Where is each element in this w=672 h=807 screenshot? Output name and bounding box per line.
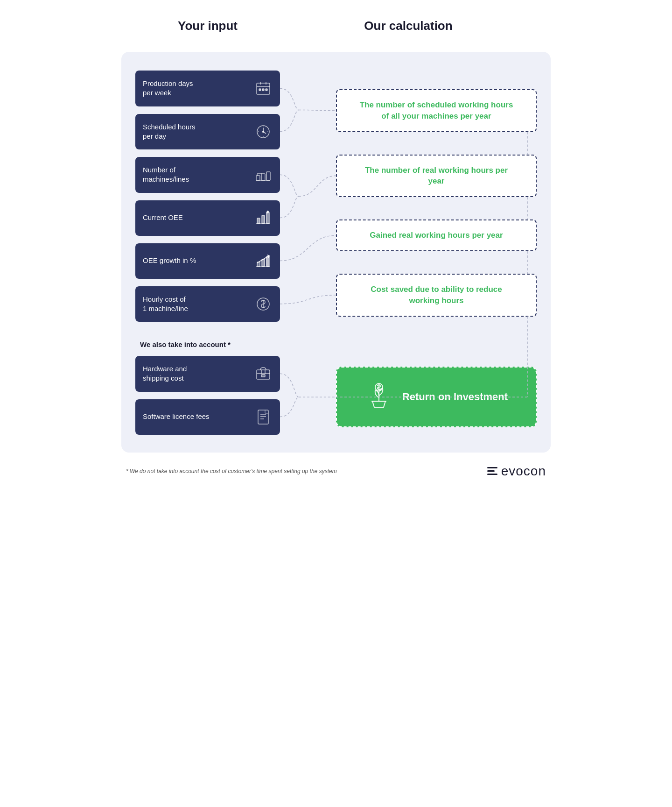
main-content: Production daysper week <box>121 52 551 453</box>
bottom-connectors-area <box>280 356 336 439</box>
input-box-software: Software licence fees <box>135 399 280 435</box>
diagram-row: Production daysper week <box>135 71 537 326</box>
svg-rect-36 <box>261 375 265 377</box>
calc-box-real-hours: The number of real working hours peryear <box>336 155 537 198</box>
calc-box-gained-hours: Gained real working hours per year <box>336 219 537 251</box>
input-box-machines: Number ofmachines/lines <box>135 157 280 193</box>
svg-rect-5 <box>262 89 264 91</box>
svg-rect-22 <box>262 215 265 224</box>
bottom-diagram-row: Hardware andshipping cost <box>135 356 537 439</box>
input-box-current-oee: Current OEE <box>135 200 280 236</box>
calc-real-hours-text: The number of real working hours peryear <box>365 166 508 186</box>
our-calculation-title: Our calculation <box>364 19 452 33</box>
calendar-icon <box>254 79 273 98</box>
page-container: Your input Our calculation Production da… <box>121 19 551 479</box>
bottom-diagram: Hardware andshipping cost <box>135 356 537 439</box>
logo-line-3 <box>487 474 497 475</box>
connectors-area <box>280 71 336 326</box>
footer-note: * We do not take into account the cost o… <box>126 468 337 474</box>
hardware-label: Hardware andshipping cost <box>143 364 187 383</box>
calc-box-cost-saved: Cost saved due to ability to reduceworki… <box>336 274 537 317</box>
header: Your input Our calculation <box>121 19 551 33</box>
logo-line-1 <box>487 467 497 468</box>
bar-chart-up-icon <box>254 252 273 270</box>
also-label: We also take into account * <box>140 340 537 348</box>
also-input-boxes: Hardware andshipping cost <box>135 356 280 439</box>
input-box-production-days: Production daysper week <box>135 71 280 106</box>
roi-column: Return on Investment <box>336 356 537 439</box>
svg-rect-15 <box>256 176 260 180</box>
svg-rect-4 <box>259 89 261 91</box>
box-icon <box>254 364 273 383</box>
svg-rect-21 <box>257 218 260 224</box>
calc-gained-hours-text: Gained real working hours per year <box>370 231 503 240</box>
scheduled-hours-label: Scheduled hoursper day <box>143 122 196 142</box>
calc-boxes-column: The number of scheduled working hoursof … <box>336 71 537 326</box>
input-boxes-column: Production daysper week <box>135 71 280 326</box>
svg-rect-28 <box>266 256 269 267</box>
roi-box: Return on Investment <box>336 367 537 427</box>
svg-rect-17 <box>266 172 270 180</box>
input-box-hourly-cost: Hourly cost of1 machine/line <box>135 286 280 322</box>
logo-line-2 <box>487 470 495 472</box>
factory-icon <box>254 165 273 184</box>
svg-point-10 <box>263 131 264 132</box>
svg-rect-6 <box>266 89 267 91</box>
hourly-cost-label: Hourly cost of1 machine/line <box>143 295 188 314</box>
input-box-scheduled-hours: Scheduled hoursper day <box>135 114 280 150</box>
input-box-hardware: Hardware andshipping cost <box>135 356 280 392</box>
input-box-oee-growth: OEE growth in % <box>135 243 280 279</box>
your-input-title: Your input <box>178 19 238 33</box>
calc-scheduled-hours-text: The number of scheduled working hoursof … <box>360 100 513 120</box>
connector-lines-svg <box>280 71 336 326</box>
svg-rect-23 <box>266 212 269 224</box>
spacer2 <box>336 205 537 212</box>
also-section: We also take into account * <box>135 340 537 348</box>
bar-chart-icon <box>254 209 273 227</box>
dollar-circle-icon <box>254 295 273 313</box>
footer: * We do not take into account the cost o… <box>121 464 551 479</box>
logo-text: evocon <box>501 464 546 479</box>
top-diagram: Production daysper week <box>135 71 537 326</box>
logo-lines-icon <box>487 467 497 475</box>
calc-box-scheduled-hours: The number of scheduled working hoursof … <box>336 89 537 132</box>
clock-icon <box>254 122 273 141</box>
bottom-connector-lines-svg <box>280 356 336 439</box>
logo: evocon <box>487 464 546 479</box>
current-oee-label: Current OEE <box>143 213 183 222</box>
machines-label: Number ofmachines/lines <box>143 165 189 184</box>
software-label: Software licence fees <box>143 412 210 421</box>
spacer <box>336 140 537 147</box>
svg-rect-16 <box>261 174 265 180</box>
production-days-label: Production daysper week <box>143 79 193 98</box>
plant-icon <box>365 382 393 412</box>
spacer3 <box>336 259 537 266</box>
calc-cost-saved-text: Cost saved due to ability to reduceworki… <box>371 285 502 305</box>
oee-growth-label: OEE growth in % <box>143 256 196 265</box>
document-icon <box>254 408 273 426</box>
roi-text: Return on Investment <box>402 391 508 403</box>
svg-rect-37 <box>258 410 268 424</box>
